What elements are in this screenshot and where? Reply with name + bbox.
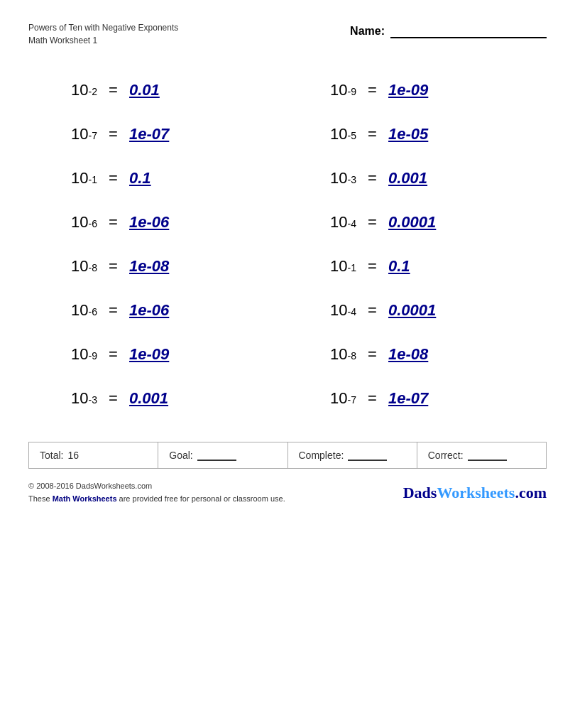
footer-goal: Goal: (158, 442, 288, 468)
equals-sign: = (363, 81, 381, 99)
footer-correct: Correct: (417, 442, 546, 468)
problem-base: 10 (330, 125, 347, 143)
problem-answer: 0.0001 (388, 301, 436, 320)
problem-answer: 1e-09 (388, 81, 428, 99)
problem-answer: 1e-07 (388, 389, 428, 408)
name-label: Name: (350, 25, 385, 38)
copyright: © 2008-2016 DadsWorksheets.com These Mat… (28, 480, 285, 505)
problem-base: 10 (330, 257, 347, 276)
problem-answer: 1e-06 (129, 213, 169, 232)
problem-base: 10 (330, 345, 347, 364)
problem-answer: 1e-09 (129, 345, 169, 364)
site-logo: DadsWorksheets.com (403, 484, 547, 502)
equals-sign: = (363, 257, 381, 276)
worksheet-title: Math Worksheet 1 (28, 34, 178, 47)
problem-base: 10 (71, 169, 88, 188)
problem-answer: 0.1 (129, 169, 151, 188)
problem-answer: 0.0001 (388, 213, 436, 232)
problem-item: 10-3 = 0.001 (288, 156, 547, 200)
problem-base: 10 (330, 301, 347, 320)
copyright-line1: © 2008-2016 DadsWorksheets.com (28, 480, 285, 493)
problem-base: 10 (330, 389, 347, 408)
problem-base: 10 (71, 345, 88, 364)
problem-item: 10-9 = 1e-09 (288, 68, 547, 112)
problem-item: 10-6 = 1e-06 (28, 200, 288, 244)
logo-worksheets: Worksheets (437, 484, 515, 501)
problem-item: 10-8 = 1e-08 (288, 332, 547, 376)
problem-item: 10-1 = 0.1 (288, 244, 547, 288)
goal-blank (197, 450, 236, 461)
worksheet-subtitle: Powers of Ten with Negative Exponents (28, 21, 178, 34)
footer-complete: Complete: (288, 442, 417, 468)
problem-answer: 0.001 (388, 169, 427, 188)
equals-sign: = (104, 169, 122, 188)
footer-total: Total: 16 (29, 442, 158, 468)
goal-label: Goal: (169, 450, 192, 461)
problem-item: 10-2 = 0.01 (28, 68, 288, 112)
problem-item: 10-4 = 0.0001 (288, 288, 547, 332)
total-label: Total: (40, 450, 63, 461)
logo-com: .com (515, 484, 547, 501)
complete-label: Complete: (299, 450, 344, 461)
math-worksheets-link: Math Worksheets (53, 494, 117, 503)
equals-sign: = (104, 213, 122, 232)
correct-label: Correct: (428, 450, 464, 461)
footer-box: Total: 16 Goal: Complete: Correct: (28, 442, 547, 469)
equals-sign: = (363, 213, 381, 232)
copyright-line2: These Math Worksheets are provided free … (28, 493, 285, 506)
problem-item: 10-1 = 0.1 (28, 156, 288, 200)
name-field: Name: (350, 21, 547, 38)
problem-answer: 1e-05 (388, 125, 428, 143)
equals-sign: = (104, 125, 122, 143)
title-block: Powers of Ten with Negative Exponents Ma… (28, 21, 178, 47)
copyright-post: are provided free for personal or classr… (117, 494, 285, 503)
problem-base: 10 (71, 257, 88, 276)
worksheet-page: Powers of Ten with Negative Exponents Ma… (0, 0, 575, 728)
problem-base: 10 (71, 301, 88, 320)
total-value: 16 (67, 450, 79, 461)
equals-sign: = (363, 125, 381, 143)
header: Powers of Ten with Negative Exponents Ma… (28, 21, 547, 47)
problem-item: 10-9 = 1e-09 (28, 332, 288, 376)
name-line (390, 24, 547, 38)
correct-blank (468, 450, 507, 461)
copyright-pre: These (28, 494, 53, 503)
bottom-bar: © 2008-2016 DadsWorksheets.com These Mat… (28, 480, 547, 505)
problem-base: 10 (330, 81, 347, 99)
problem-item: 10-6 = 1e-06 (28, 288, 288, 332)
problem-item: 10-3 = 0.001 (28, 376, 288, 420)
logo-dads: Dads (403, 484, 437, 501)
equals-sign: = (104, 81, 122, 99)
problem-base: 10 (71, 125, 88, 143)
equals-sign: = (363, 345, 381, 364)
equals-sign: = (363, 169, 381, 188)
problem-item: 10-7 = 1e-07 (28, 112, 288, 156)
problem-base: 10 (71, 389, 88, 408)
problem-item: 10-8 = 1e-08 (28, 244, 288, 288)
problem-answer: 1e-07 (129, 125, 169, 143)
problem-base: 10 (71, 213, 88, 232)
equals-sign: = (104, 257, 122, 276)
problem-item: 10-5 = 1e-05 (288, 112, 547, 156)
problem-answer: 0.01 (129, 81, 160, 99)
equals-sign: = (363, 389, 381, 408)
problem-base: 10 (330, 213, 347, 232)
problem-item: 10-4 = 0.0001 (288, 200, 547, 244)
equals-sign: = (363, 301, 381, 320)
equals-sign: = (104, 345, 122, 364)
problem-base: 10 (71, 81, 88, 99)
problem-answer: 0.001 (129, 389, 168, 408)
problem-answer: 1e-08 (388, 345, 428, 364)
problem-item: 10-7 = 1e-07 (288, 376, 547, 420)
equals-sign: = (104, 301, 122, 320)
complete-blank (348, 450, 387, 461)
problem-answer: 0.1 (388, 257, 410, 276)
problems-area: 10-2 = 0.01 10-9 = 1e-09 10-7 = 1e-07 10… (28, 68, 547, 420)
problem-answer: 1e-08 (129, 257, 169, 276)
problem-base: 10 (330, 169, 347, 188)
equals-sign: = (104, 389, 122, 408)
problem-answer: 1e-06 (129, 301, 169, 320)
